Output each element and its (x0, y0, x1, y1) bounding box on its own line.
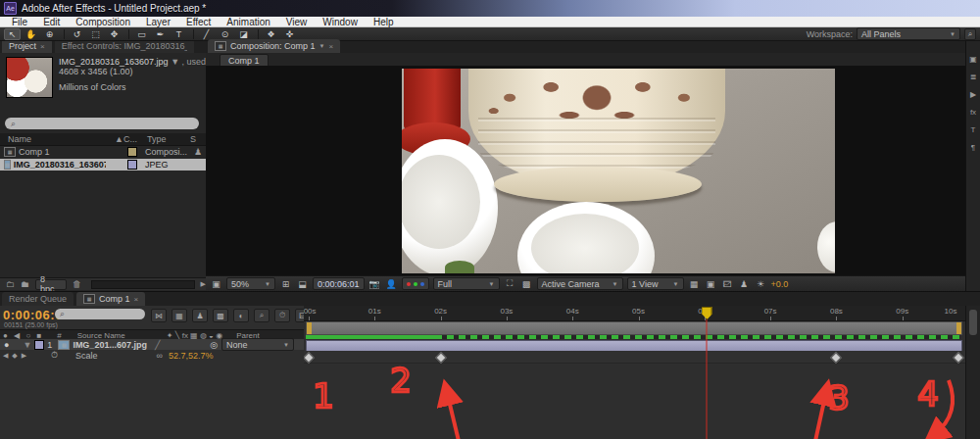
timeline-flow-icon[interactable]: ♟ (738, 279, 751, 289)
reset-exposure-icon[interactable]: ☀ (755, 279, 767, 289)
mini-flowchart-icon[interactable]: ⋈ (151, 309, 167, 322)
menu-help[interactable]: Help (366, 17, 402, 27)
keyframe-diamond[interactable] (304, 352, 315, 363)
info-panel-icon[interactable]: ▣ (969, 55, 977, 64)
menu-edit[interactable]: Edit (35, 17, 68, 27)
magnification-dropdown[interactable]: 50%▼ (226, 277, 275, 290)
layer-label-swatch[interactable] (34, 340, 44, 350)
scale-value[interactable]: 52.7,52.7% (169, 351, 214, 361)
interpret-footage-icon[interactable]: 🗀 (6, 279, 15, 289)
project-item-comp1[interactable]: ▦Comp 1 Composi... ♟ (0, 146, 206, 158)
brush-tool[interactable]: ╱ (198, 28, 215, 40)
clone-stamp-tool[interactable]: ⊙ (217, 28, 233, 40)
layer-name[interactable]: IMG_201...607.jpg (73, 340, 147, 350)
hand-tool[interactable]: ✋ (23, 28, 39, 40)
pen-tool[interactable]: ✒ (152, 28, 169, 40)
menu-animation[interactable]: Animation (219, 17, 277, 27)
hide-shy-icon[interactable]: ♟ (192, 309, 208, 322)
keyframe-diamond[interactable] (435, 352, 446, 363)
delete-icon[interactable]: 🗑 (73, 279, 81, 289)
menu-window[interactable]: Window (315, 17, 366, 27)
effects-presets-panel-icon[interactable]: fx (970, 108, 976, 117)
work-area-bar[interactable] (306, 321, 962, 335)
tab-render-queue[interactable]: Render Queue (2, 292, 74, 306)
link-dimensions-icon[interactable]: ∞ (157, 351, 163, 361)
label-swatch[interactable] (127, 160, 137, 170)
tab-effect-controls[interactable]: Effect Controls: IMG_20180316_163607.jp (55, 41, 194, 53)
pan-behind-tool[interactable]: ✥ (106, 28, 122, 40)
timeline-graph-area[interactable]: :00s01s02s03s04s05s06s07s08s09s10s (304, 306, 965, 439)
column-name[interactable]: Name ▲ (8, 134, 123, 144)
type-tool[interactable]: T (171, 28, 187, 40)
selection-tool[interactable]: ↖ (4, 28, 21, 40)
eye-icon[interactable]: ● (4, 340, 9, 350)
close-icon[interactable]: × (134, 295, 139, 304)
work-area-start-handle[interactable] (307, 322, 312, 334)
pixel-aspect-icon[interactable]: ▣ (705, 279, 717, 289)
project-search-input[interactable]: ⌕ (5, 118, 199, 129)
close-icon[interactable]: × (40, 42, 45, 51)
resolution-dropdown[interactable]: Full▼ (433, 277, 500, 290)
stopwatch-icon[interactable]: ⏱ (51, 350, 58, 361)
preview-panel-icon[interactable]: ▶ (970, 90, 976, 99)
motion-blur-icon[interactable]: ◐ (233, 309, 249, 322)
auto-keyframe-icon[interactable]: ⏱ (274, 309, 290, 322)
viewer-timecode[interactable]: 0:00:06:01 (313, 277, 365, 290)
rotation-tool[interactable]: ↺ (69, 28, 85, 40)
roto-brush-tool[interactable]: ❖ (263, 28, 279, 40)
project-item-footage[interactable]: ▨IMG_20180316_163607.jpg JPEG (0, 159, 206, 171)
layer-row[interactable]: ● ▼ 1 ▨ IMG_201...607.jpg ╱ ◎ None▼ (0, 339, 304, 350)
property-name[interactable]: Scale (75, 351, 98, 361)
scrollbar-thumb[interactable] (969, 310, 977, 335)
exposure-value[interactable]: +0.0 (771, 279, 789, 289)
tab-project[interactable]: Project× (2, 41, 52, 53)
new-folder-icon[interactable]: 🖿 (21, 279, 29, 289)
bit-depth-button[interactable]: 8 bpc (35, 279, 67, 290)
parent-pickwhip-icon[interactable]: ◎ (210, 340, 218, 350)
tab-composition[interactable]: ▦ Composition: Comp 1 ▼ × (208, 39, 340, 53)
grid-options-icon[interactable]: ▦ (688, 279, 701, 289)
unified-camera-tool[interactable]: ⬚ (87, 28, 104, 40)
close-icon[interactable]: × (329, 42, 334, 51)
frame-blend-icon[interactable]: ▩ (213, 309, 228, 322)
character-panel-icon[interactable]: T (971, 125, 976, 134)
keyframe-diamond[interactable] (953, 352, 963, 363)
workspace-dropdown[interactable]: All Panels ▼ (857, 27, 960, 40)
quality-icon[interactable]: ╱ (155, 340, 160, 350)
work-area-end-handle[interactable] (956, 322, 961, 334)
menu-composition[interactable]: Composition (68, 17, 138, 27)
camera-dropdown[interactable]: Active Camera▼ (537, 277, 623, 290)
column-s[interactable]: S (190, 134, 196, 144)
mask-visibility-icon[interactable]: ⬓ (296, 279, 309, 289)
paragraph-panel-icon[interactable]: ¶ (971, 143, 975, 152)
menu-layer[interactable]: Layer (138, 17, 178, 27)
search-help-box[interactable]: ⌕ (964, 28, 976, 40)
timeline-vertical-scrollbar[interactable] (965, 306, 980, 439)
shape-tool[interactable]: ▭ (133, 28, 150, 40)
safe-guides-icon[interactable]: ⊞ (279, 279, 292, 289)
view-layout-dropdown[interactable]: 1 View▼ (627, 277, 684, 290)
composition-viewer[interactable] (206, 66, 965, 275)
always-preview-icon[interactable]: ▣ (210, 279, 222, 289)
label-swatch[interactable] (127, 147, 137, 157)
keyframe-track[interactable] (304, 351, 965, 364)
chevron-down-icon[interactable]: ▼ (23, 340, 31, 350)
zoom-tool[interactable]: ⊕ (41, 28, 58, 40)
puppet-pin-tool[interactable]: ✜ (281, 28, 298, 40)
channel-icon[interactable] (402, 277, 429, 290)
time-ruler[interactable]: :00s01s02s03s04s05s06s07s08s09s10s (304, 306, 965, 321)
column-type[interactable]: Type (147, 134, 190, 144)
menu-effect[interactable]: Effect (178, 17, 219, 27)
eraser-tool[interactable]: ◪ (235, 28, 252, 40)
keyframe-navigator[interactable]: ◀ ◆ ▶ (3, 352, 27, 360)
audio-panel-icon[interactable]: ≣ (970, 73, 977, 81)
menu-file[interactable]: File (4, 17, 35, 27)
fast-preview-icon[interactable]: 🗠 (721, 279, 734, 289)
keyframe-diamond[interactable] (831, 352, 842, 363)
column-c[interactable]: C... (123, 134, 147, 144)
snapshot-icon[interactable]: 📷 (368, 279, 381, 289)
region-of-interest-icon[interactable]: ⛶ (504, 278, 516, 289)
brainstorm-icon[interactable]: ⌕ (254, 309, 270, 322)
draft-3d-icon[interactable]: ▦ (172, 309, 187, 322)
tab-timeline-comp1[interactable]: ▦ Comp 1× (76, 292, 145, 306)
